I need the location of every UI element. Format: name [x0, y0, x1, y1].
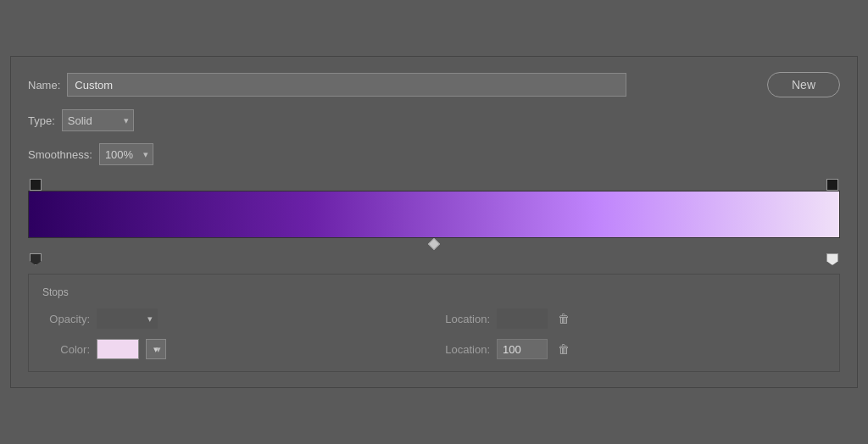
top-stop-right[interactable] — [826, 179, 838, 191]
name-input[interactable] — [67, 73, 626, 97]
smoothness-select[interactable]: 100% 75% 50% 25% 0% — [99, 143, 153, 165]
gradient-editor-panel: Name: New Type: Solid Linear Radial Angl… — [10, 56, 858, 388]
stops-title: Stops — [42, 286, 826, 298]
type-label: Type: — [28, 114, 55, 127]
color-location-label: Location: — [442, 343, 490, 356]
bottom-stops-area — [28, 238, 840, 265]
type-select[interactable]: Solid Linear Radial Angle Reflected Diam… — [62, 109, 134, 131]
color-label: Color: — [42, 343, 90, 356]
smoothness-row: Smoothness: 100% 75% 50% 25% 0% — [28, 143, 840, 165]
name-label: Name: — [28, 79, 60, 92]
opacity-select-wrapper[interactable] — [97, 308, 158, 329]
opacity-delete-button[interactable]: 🗑 — [554, 310, 573, 327]
stops-section: Stops Opacity: Location: 🗑 Color: — [28, 274, 840, 372]
type-select-wrapper[interactable]: Solid Linear Radial Angle Reflected Diam… — [62, 109, 134, 131]
trash-icon-color: 🗑 — [558, 342, 570, 356]
opacity-location-row: Location: 🗑 — [442, 308, 826, 329]
color-delete-button[interactable]: 🗑 — [554, 341, 573, 358]
bottom-stop-right[interactable] — [826, 253, 838, 265]
top-stop-left[interactable] — [30, 179, 42, 191]
color-dropdown-btn[interactable]: ▾ — [146, 339, 166, 359]
trash-icon-opacity: 🗑 — [558, 312, 570, 325]
smoothness-label: Smoothness: — [28, 148, 92, 161]
color-row: Color: ▾ — [42, 339, 426, 359]
color-location-input[interactable] — [497, 339, 548, 359]
opacity-label: Opacity: — [42, 313, 90, 325]
top-stops-row — [28, 179, 840, 191]
bottom-stop-left[interactable] — [30, 253, 42, 265]
midpoint-row — [28, 238, 840, 253]
opacity-location-input[interactable] — [497, 308, 548, 329]
gradient-bar[interactable] — [28, 191, 840, 238]
midpoint-diamond[interactable] — [428, 238, 440, 250]
gradient-area — [28, 179, 840, 265]
color-swatch[interactable] — [97, 339, 139, 359]
name-row: Name: New — [28, 72, 840, 97]
opacity-row: Opacity: — [42, 308, 426, 329]
opacity-input[interactable] — [97, 308, 158, 329]
opacity-location-label: Location: — [442, 313, 490, 325]
bottom-stops-row — [28, 253, 840, 265]
type-row: Type: Solid Linear Radial Angle Reflecte… — [28, 109, 840, 131]
new-button[interactable]: New — [767, 72, 840, 97]
stops-grid: Opacity: Location: 🗑 Color: ▾ — [42, 308, 826, 359]
color-location-row: Location: 🗑 — [442, 339, 826, 359]
smoothness-select-wrapper[interactable]: 100% 75% 50% 25% 0% — [99, 143, 153, 165]
color-dropdown-wrapper[interactable]: ▾ — [146, 339, 166, 359]
